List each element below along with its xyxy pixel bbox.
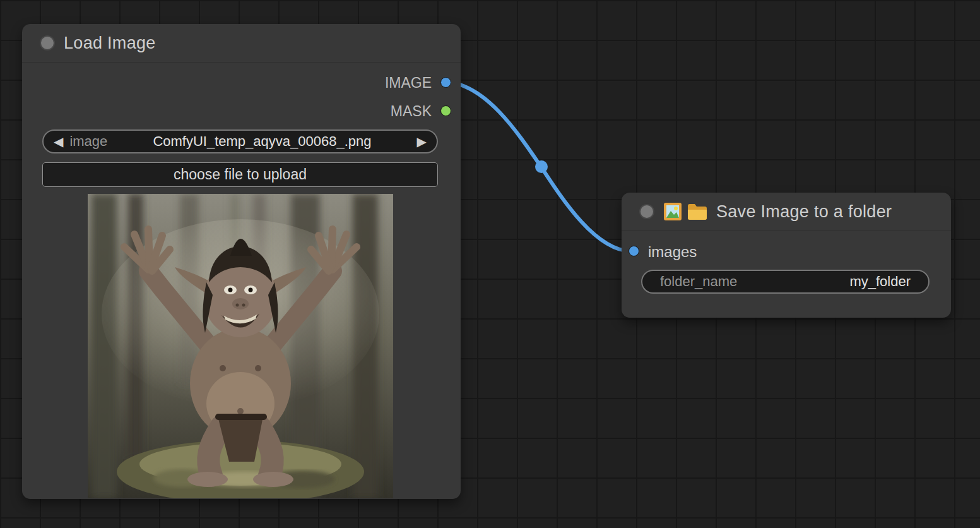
combo-value: ComfyUI_temp_aqyva_00068_.png xyxy=(107,133,416,150)
input-port-images[interactable] xyxy=(629,246,639,256)
load-image-node[interactable]: Load Image IMAGE MASK ◀ image ComfyUI_te… xyxy=(22,24,461,499)
output-port-mask[interactable] xyxy=(440,105,451,116)
node-graph-canvas[interactable]: Load Image IMAGE MASK ◀ image ComfyUI_te… xyxy=(0,0,980,528)
widget-label: folder_name xyxy=(660,273,737,290)
troll-forest-illustration xyxy=(88,194,393,498)
load-image-node-titlebar: Load Image xyxy=(22,24,461,63)
framed-picture-icon xyxy=(663,202,682,221)
widget-value: my_folder xyxy=(737,273,911,290)
loaded-image-preview xyxy=(88,194,393,498)
output-label-mask: MASK xyxy=(391,103,432,120)
node-title: Save Image to a folder xyxy=(716,202,892,222)
folder-name-widget[interactable]: folder_name my_folder xyxy=(641,270,930,294)
save-image-node[interactable]: Save Image to a folder images folder_nam… xyxy=(622,193,951,318)
link-image-to-images[interactable] xyxy=(448,82,631,251)
output-label-image: IMAGE xyxy=(385,75,432,92)
node-title: Load Image xyxy=(64,33,156,53)
choose-file-button[interactable]: choose file to upload xyxy=(42,162,438,187)
collapse-dot-icon[interactable] xyxy=(40,35,55,51)
output-port-image[interactable] xyxy=(440,77,451,88)
combo-label: image xyxy=(69,133,107,150)
input-label-images: images xyxy=(648,243,697,261)
combo-prev-arrow-icon[interactable]: ◀ xyxy=(54,135,63,148)
image-combo-widget[interactable]: ◀ image ComfyUI_temp_aqyva_00068_.png ▶ xyxy=(42,129,438,153)
folder-icon xyxy=(687,203,707,220)
collapse-dot-icon[interactable] xyxy=(639,204,654,219)
combo-next-arrow-icon[interactable]: ▶ xyxy=(417,135,427,148)
node-title-icons xyxy=(663,202,707,221)
save-image-node-titlebar: Save Image to a folder xyxy=(622,193,951,231)
